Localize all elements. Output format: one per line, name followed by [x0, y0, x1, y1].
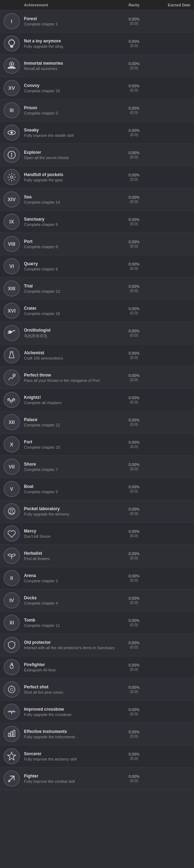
- achievement-desc: Fully improve the combat skill: [24, 779, 116, 783]
- rarity-percent: 0.00%: [116, 307, 152, 311]
- achievement-rarity: 0.00% (0.0): [116, 307, 152, 315]
- achievement-row: Handfull of pockets Fully upgrade the ge…: [0, 166, 194, 188]
- rarity-percent: 0.00%: [116, 151, 152, 155]
- achievement-info: Fort Complete chapter 10: [24, 439, 116, 449]
- achievement-rarity: 0.00% (0.0): [116, 39, 152, 48]
- achievement-rarity: 0.00% (0.0): [116, 62, 152, 70]
- achievement-title: Old protector: [24, 640, 116, 645]
- achievement-info: Knightz! Complete all chapters: [24, 395, 116, 405]
- achievement-info: Fighter Fully improve the combat skill: [24, 774, 116, 783]
- achievement-desc: Don't kill Simon: [24, 534, 116, 538]
- achievement-title: Quarry: [24, 261, 116, 266]
- rarity-percent: 0.00%: [116, 128, 152, 133]
- rarity-value: (0.0): [116, 222, 152, 226]
- icon-inner: II: [6, 572, 18, 584]
- icon-inner: [6, 661, 18, 673]
- rarity-value: (0.0): [116, 177, 152, 181]
- achievement-icon: I: [4, 13, 20, 29]
- achievement-row: III Prison Complete chapter 3 0.00% (0.0…: [0, 99, 194, 122]
- achievement-info: Tomb Complete chapter 11: [24, 618, 116, 628]
- rarity-value: (0.0): [116, 734, 152, 738]
- achievement-row: IX Sanctuary Complete chapter 9 0.00% (0…: [0, 211, 194, 233]
- achievement-row: XIV Sea Complete chapter 14 0.00% (0.0): [0, 188, 194, 211]
- achievement-icon: XVI: [4, 303, 20, 319]
- icon-inner: [6, 683, 18, 695]
- achievement-row: Sneaky Fully improve the stealth skill 0…: [0, 122, 194, 144]
- achievement-row: Explorer Open all the secret chests 0.00…: [0, 144, 194, 166]
- achievement-desc: Find all flowers: [24, 557, 116, 561]
- achievement-rarity: 0.00% (0.0): [116, 84, 152, 92]
- header-achievement: Achievement: [24, 3, 116, 7]
- achievement-rarity: 0.00% (0.0): [116, 217, 152, 226]
- achievement-rarity: 0.00% (0.0): [116, 329, 152, 337]
- achievement-icon: [4, 503, 20, 519]
- rarity-percent: 0.00%: [116, 351, 152, 355]
- icon-inner: [6, 149, 18, 161]
- rarity-value: (0.0): [116, 511, 152, 515]
- icon-inner: [6, 706, 18, 718]
- achievement-icon: III: [4, 102, 20, 118]
- achievement-icon: XIII: [4, 280, 20, 297]
- rarity-percent: 0.00%: [116, 440, 152, 444]
- achievement-info: Immortal memories Recall all souvenirs: [24, 61, 116, 71]
- achievement-title: Sneaky: [24, 128, 116, 133]
- achievement-icon: [4, 35, 20, 52]
- icon-inner: [6, 550, 18, 562]
- achievement-row: Sorcerer Fully improve the alchemy skill…: [0, 745, 194, 768]
- achievement-title: Crater: [24, 306, 116, 311]
- rarity-value: (0.0): [116, 578, 152, 582]
- rarity-value: (0.0): [116, 444, 152, 449]
- achievement-desc: Open all the secret chests: [24, 156, 116, 160]
- achievement-title: Sea: [24, 194, 116, 199]
- icon-inner: [6, 171, 18, 183]
- achievement-desc: Complete chapter 2: [24, 579, 116, 583]
- achievement-desc: Shot all the pine cones: [24, 690, 116, 694]
- achievement-icon: IX: [4, 214, 20, 230]
- achievement-icon: [4, 392, 20, 408]
- rarity-value: (0.0): [116, 689, 152, 694]
- rarity-value: (0.0): [116, 333, 152, 337]
- achievement-info: Trial Complete chapter 13: [24, 284, 116, 293]
- rarity-percent: 0.00%: [116, 17, 152, 21]
- rarity-value: (0.0): [116, 311, 152, 315]
- icon-inner: XV: [6, 82, 18, 94]
- achievement-icon: X: [4, 436, 20, 453]
- icon-inner: XIV: [6, 193, 18, 205]
- rarity-percent: 0.00%: [116, 418, 152, 422]
- rarity-percent: 0.00%: [116, 707, 152, 712]
- achievement-row: Alchemist Craft 100 ammunitions 0.00% (0…: [0, 344, 194, 367]
- svg-marker-5: [11, 152, 13, 155]
- achievement-icon: [4, 347, 20, 363]
- rarity-percent: 0.00%: [116, 262, 152, 266]
- header-row: Achievement Rarity Earned Date: [0, 0, 194, 10]
- achievement-icon: IV: [4, 592, 20, 608]
- achievement-title: Arena: [24, 573, 116, 578]
- achievement-row: IV Docks Complete chapter 4 0.00% (0.0): [0, 589, 194, 612]
- achievement-info: Mercy Don't kill Simon: [24, 529, 116, 538]
- icon-inner: [6, 394, 18, 406]
- achievement-rarity: 0.00% (0.0): [116, 151, 152, 159]
- achievement-icon: VIII: [4, 236, 20, 252]
- achievement-desc: Complete chapter 15: [24, 89, 116, 93]
- rarity-percent: 0.00%: [116, 552, 152, 556]
- achievement-title: Perfect shot: [24, 685, 116, 689]
- achievement-desc: Complete chapter 7: [24, 467, 116, 472]
- achievement-icon: [4, 637, 20, 653]
- achievement-title: Firefighter: [24, 662, 116, 667]
- achievement-icon: II: [4, 570, 20, 586]
- icon-inner: X: [6, 438, 18, 450]
- rarity-percent: 0.00%: [116, 284, 152, 289]
- icon-inner: III: [6, 104, 18, 116]
- achievement-icon: XII: [4, 414, 20, 430]
- rarity-value: (0.0): [116, 489, 152, 493]
- rarity-value: (0.0): [116, 756, 152, 761]
- rarity-percent: 0.00%: [116, 106, 152, 110]
- rarity-percent: 0.00%: [116, 685, 152, 689]
- rarity-value: (0.0): [116, 355, 152, 360]
- achievement-title: Explorer: [24, 150, 116, 155]
- achievement-info: Ornithologist 鸟找所有羽毛: [24, 328, 116, 339]
- rarity-percent: 0.00%: [116, 329, 152, 333]
- achievement-row: V Boat Complete chapter 5 0.00% (0.0): [0, 478, 194, 500]
- achievement-info: Alchemist Craft 100 ammunitions: [24, 350, 116, 360]
- achievement-title: Effective instruments: [24, 729, 116, 734]
